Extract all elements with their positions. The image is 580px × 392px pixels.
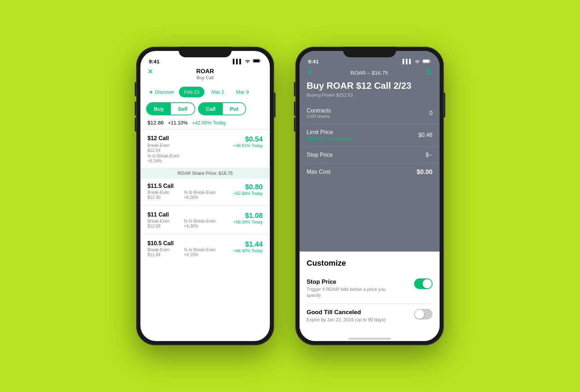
phone-options-chain: 9:41 ▌▌▌ bbox=[136, 47, 274, 345]
notch-2 bbox=[343, 47, 396, 57]
pct-value-1: +6.26% bbox=[184, 195, 216, 200]
stop-price-row[interactable]: Stop Price $-- bbox=[300, 147, 440, 163]
signal-icon-2: ▌▌▌ bbox=[402, 59, 412, 64]
gtc-info: Good Till Canceled Expire by Jan 22, 201… bbox=[307, 309, 385, 323]
option-12-call-name: $12 Call bbox=[147, 135, 170, 142]
date-tab-mar9[interactable]: Mar 9 bbox=[231, 87, 254, 97]
stop-price-value[interactable]: $-- bbox=[425, 152, 433, 158]
price-pct-today: +42.00% Today bbox=[192, 120, 226, 126]
max-cost-value: $0.00 bbox=[417, 168, 433, 176]
svg-rect-3 bbox=[423, 60, 429, 63]
option-115-call-name: $11.5 Call bbox=[147, 183, 216, 189]
toggle-knob-gtc bbox=[415, 310, 424, 319]
call-button[interactable]: Call bbox=[199, 103, 223, 115]
stop-price-customize-label: Stop Price bbox=[307, 278, 399, 286]
sell-button[interactable]: Sell bbox=[171, 103, 195, 115]
option-price-1: $0.80 bbox=[245, 183, 263, 191]
pct-value-0: +8.34% bbox=[147, 158, 179, 163]
date-tab-mar2[interactable]: Mar 2 bbox=[207, 87, 229, 97]
customize-section: Customize Stop Price Trigger if ROAR fal… bbox=[300, 252, 440, 335]
limit-price-row[interactable]: Limit Price Bid $0.51 · Ask $0.54 ▾ $0.4… bbox=[300, 124, 440, 147]
order-title: Buy ROAR $12 Call 2/23 bbox=[307, 81, 433, 91]
option-price-3: $1.44 bbox=[245, 240, 263, 248]
buy-sell-toggle: Buy Sell bbox=[146, 102, 195, 115]
breakeven-value-3: $11.94 bbox=[147, 252, 170, 257]
contracts-sublabel: x100 shares bbox=[307, 114, 331, 119]
customize-title: Customize bbox=[307, 259, 433, 268]
option-today-0: +48.61% Today bbox=[233, 143, 263, 148]
phone1-header: ✕ ROAR Buy Call bbox=[140, 67, 270, 84]
status-icons-2: ▌▌▌ bbox=[402, 59, 431, 64]
option-105-call-name: $10.5 Call bbox=[147, 240, 216, 247]
divider-1 bbox=[140, 129, 270, 129]
close-button-left[interactable]: ✕ bbox=[147, 68, 153, 75]
contracts-label: Contracts bbox=[307, 108, 331, 114]
order-type-toggles: Buy Sell Call Put bbox=[140, 100, 270, 117]
option-item-12-call[interactable]: $12 Call Break-Even $12.54 $0.54 +48.61%… bbox=[140, 131, 270, 168]
gear-icon[interactable]: ⚙ bbox=[425, 68, 433, 77]
pct-label-2: % to Break-Even bbox=[184, 219, 216, 224]
contracts-row[interactable]: Contracts x100 shares 0 bbox=[300, 103, 440, 124]
svg-rect-1 bbox=[253, 59, 260, 62]
divider-2 bbox=[140, 206, 270, 206]
share-price-band: ROAR Share Price: $16.75 bbox=[140, 168, 270, 179]
pct-label-3: % to Break-Even bbox=[184, 247, 216, 252]
pct-value-2: +4.36% bbox=[184, 224, 216, 229]
stop-price-label: Stop Price bbox=[307, 152, 333, 158]
phone2-top-bar: ✕ ROAR – $16.75 ⚙ bbox=[307, 68, 433, 77]
put-button[interactable]: Put bbox=[223, 103, 245, 115]
header-subtitle: Buy Call bbox=[197, 75, 214, 80]
phones-container: 9:41 ▌▌▌ bbox=[136, 47, 444, 345]
ask-text: Ask $0.54 bbox=[330, 136, 351, 142]
stop-price-customize-row: Stop Price Trigger if ROAR falls below a… bbox=[307, 273, 433, 304]
option-today-2: +58.09% Today bbox=[233, 220, 263, 225]
option-11-call-name: $11 Call bbox=[147, 212, 216, 218]
separator: · bbox=[327, 136, 329, 142]
phone2-content: 9:41 ▌▌▌ bbox=[300, 51, 440, 341]
divider-3 bbox=[140, 234, 270, 235]
bid-ask-row: Bid $0.51 · Ask $0.54 ▾ bbox=[307, 136, 354, 142]
option-item-115-call[interactable]: $11.5 Call Break-Even $12.30 % to Break-… bbox=[140, 179, 270, 204]
option-item-105-call[interactable]: $10.5 Call Break-Even $11.94 % to Break-… bbox=[140, 236, 270, 261]
breakeven-label-0: Break-Even bbox=[147, 143, 170, 148]
home-indicator bbox=[300, 335, 440, 341]
date-tab-feb23[interactable]: Feb 23 bbox=[179, 87, 204, 97]
wifi-icon-2 bbox=[414, 59, 420, 63]
close-button-right[interactable]: ✕ bbox=[307, 68, 313, 77]
stop-price-desc: Trigger if ROAR falls below a price you … bbox=[307, 287, 399, 299]
price-change: +11.10% bbox=[168, 120, 188, 126]
breakeven-value-2: $12.08 bbox=[147, 224, 170, 229]
phone2-header: ✕ ROAR – $16.75 ⚙ Buy ROAR $12 Call 2/23… bbox=[300, 67, 440, 103]
limit-price-label-group: Limit Price Bid $0.51 · Ask $0.54 ▾ bbox=[307, 129, 354, 142]
option-item-11-call[interactable]: $11 Call Break-Even $12.08 % to Break-Ev… bbox=[140, 207, 270, 233]
limit-price-value[interactable]: $0.46 bbox=[418, 132, 433, 138]
discover-tab[interactable]: ★ Discover bbox=[146, 87, 177, 97]
notch bbox=[179, 47, 232, 57]
option-today-3: +48.45% Today bbox=[233, 248, 263, 253]
breakeven-value-0: $12.54 bbox=[147, 148, 170, 153]
bid-text: Bid $0.51 bbox=[307, 136, 326, 142]
max-cost-row: Max Cost $0.00 bbox=[300, 163, 440, 181]
option-today-1: +52.88% Today bbox=[233, 191, 263, 196]
breakeven-label-2: Break-Even bbox=[147, 219, 170, 224]
star-icon: ★ bbox=[149, 89, 153, 95]
contracts-label-group: Contracts x100 shares bbox=[307, 108, 331, 119]
phone2-screen: 9:41 ▌▌▌ bbox=[300, 51, 440, 341]
gtc-customize-row: Good Till Canceled Expire by Jan 22, 201… bbox=[307, 304, 433, 328]
contracts-value[interactable]: 0 bbox=[429, 110, 433, 116]
stop-price-toggle[interactable] bbox=[414, 278, 433, 289]
option-price-0: $0.54 bbox=[245, 135, 263, 143]
battery-icon-2 bbox=[422, 59, 431, 63]
status-time: 9:41 bbox=[149, 58, 160, 64]
gtc-desc: Expire by Jan 22, 2019 (up to 90 days) bbox=[307, 317, 385, 323]
gtc-toggle[interactable] bbox=[414, 309, 433, 319]
stock-price-row: $12.86 +11.10% +42.00% Today bbox=[140, 117, 270, 128]
toggle-knob-stop bbox=[423, 279, 432, 288]
limit-price-label: Limit Price bbox=[307, 129, 354, 136]
breakeven-label-3: Break-Even bbox=[147, 247, 170, 252]
buy-button[interactable]: Buy bbox=[147, 103, 171, 115]
chevron-down-icon[interactable]: ▾ bbox=[352, 136, 354, 141]
wifi-icon bbox=[245, 59, 250, 64]
breakeven-label-1: Break-Even bbox=[147, 190, 170, 195]
gtc-label: Good Till Canceled bbox=[307, 309, 385, 316]
